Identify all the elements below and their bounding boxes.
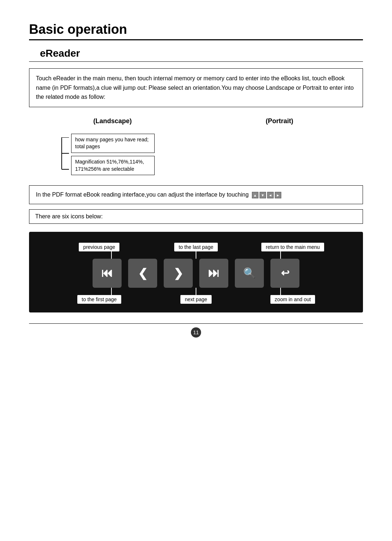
arrow-right-icon: ► [275,192,281,198]
bracket-svg [58,137,70,170]
arrow-up-icon: ▲ [252,192,258,198]
callout-boxes: how many pages you have read; total page… [71,134,155,175]
diagram-area: how many pages you have read; total page… [58,134,363,175]
arrow-icons: ▲ ▼ ◄ ► [252,192,281,198]
pdf-info-box: In the PDF format eBook reading interfac… [29,185,363,204]
landscape-label: (Landscape) [29,115,196,127]
pdf-info-text: In the PDF format eBook reading interfac… [36,191,249,198]
intro-text: Touch eReader in the main menu, then tou… [36,75,354,100]
title-divider [29,39,363,40]
btn-last-page[interactable]: ⏭ [199,259,228,288]
section-title: eReader [40,48,363,59]
portrait-label: (Portrait) [196,115,363,127]
label-zoom: zoom in and out [270,295,315,304]
callout-magnification: Magnification 51%,76%,114%, 171%256% are… [71,156,155,175]
arrow-left-icon: ◄ [267,192,274,198]
page-title: Basic operation [29,22,363,37]
intro-box: Touch eReader in the main menu, then tou… [29,68,363,107]
callout-pages: how many pages you have read; total page… [71,134,155,153]
arrow-down-icon: ▼ [260,192,266,198]
label-to-last-page: to the last page [174,243,218,251]
btn-return[interactable]: ↩ [270,259,299,288]
page-number: 11 [191,327,201,338]
page-footer: 11 [29,323,363,338]
label-return-main: return to the main menu [261,243,324,251]
orientation-row: (Landscape) (Portrait) [29,115,363,127]
label-next-page: next page [180,295,212,304]
btn-first-page[interactable]: ⏮ [93,259,122,288]
btn-previous-page[interactable]: ❮ [128,259,157,288]
btn-zoom[interactable]: 🔍 [235,259,264,288]
section-divider [29,61,363,62]
btn-next-page[interactable]: ❯ [164,259,193,288]
label-previous-page: previous page [79,243,119,251]
label-to-first-page: to the first page [77,295,121,304]
six-icons-label: There are six icons below: [35,213,103,219]
six-icons-label-box: There are six icons below: [29,209,363,224]
icon-diagram: previous page to the last page return to… [29,232,363,312]
